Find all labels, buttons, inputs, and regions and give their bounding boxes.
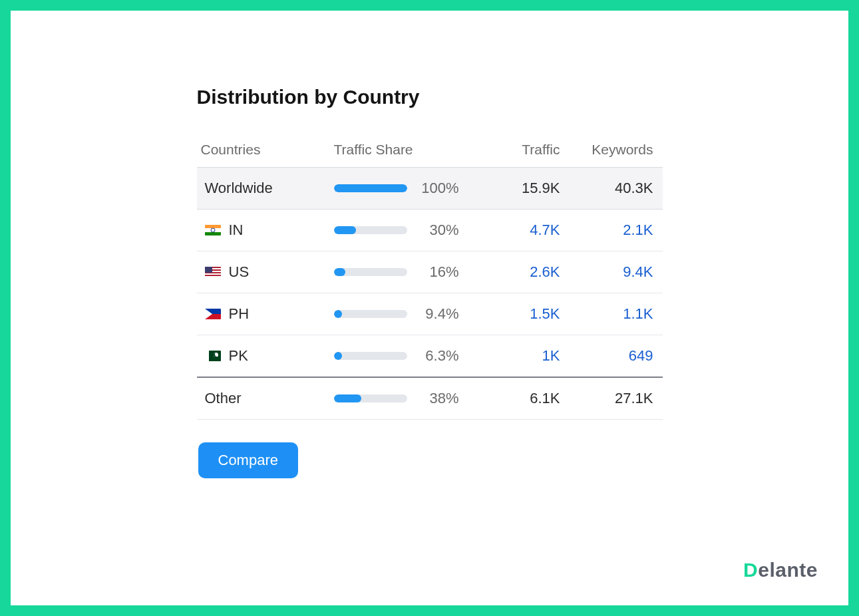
brand-logo: Delante [743,559,818,581]
traffic-value[interactable]: 4.7K [467,222,560,239]
table-row: IN30%4.7K2.1K [197,210,663,251]
country-cell: PH [201,305,334,323]
traffic-share-cell: 16% [334,263,467,281]
share-bar-fill [334,226,356,234]
share-bar [334,394,407,402]
share-bar-fill [334,352,342,360]
share-bar-fill [334,310,342,318]
header-keywords: Keywords [560,142,653,158]
country-label: Worldwide [205,180,273,197]
brand-rest: elante [758,559,818,581]
share-bar [334,310,407,318]
country-label: IN [229,222,244,239]
traffic-value[interactable]: 2.6K [467,263,560,281]
country-cell: Worldwide [201,180,334,197]
traffic-share-cell: 6.3% [334,347,467,365]
country-cell: US [201,263,334,281]
table-row: PH9.4%1.5K1.1K [197,293,663,335]
country-cell: PK [201,347,334,365]
keywords-value: 40.3K [560,180,653,197]
share-bar [334,352,407,360]
country-cell: IN [201,222,334,239]
in-flag-icon [205,225,221,235]
share-percent: 100% [417,180,459,197]
traffic-share-cell: 30% [334,222,467,239]
table-row: PK6.3%1K649 [197,335,663,377]
pk-flag-icon [205,351,221,361]
keywords-value[interactable]: 9.4K [560,263,653,281]
outer-frame: Distribution by Country Countries Traffi… [0,0,859,616]
traffic-value: 6.1K [467,390,560,407]
table-row: Worldwide100%15.9K40.3K [197,167,663,210]
share-bar [334,184,407,192]
country-label: US [229,263,250,281]
keywords-value[interactable]: 649 [560,347,653,365]
distribution-panel: Distribution by Country Countries Traffi… [197,86,663,478]
keywords-value: 27.1K [560,390,653,407]
share-bar-fill [334,394,362,402]
header-traffic: Traffic [467,142,560,158]
traffic-share-cell: 9.4% [334,305,467,323]
share-percent: 9.4% [417,305,459,323]
table-row: US16%2.6K9.4K [197,251,663,293]
panel-title: Distribution by Country [197,86,663,108]
share-percent: 6.3% [417,347,459,365]
inner-panel: Distribution by Country Countries Traffi… [23,23,836,593]
share-percent: 38% [417,390,459,407]
country-label: PH [229,305,250,323]
us-flag-icon [205,267,221,277]
country-cell: Other [201,390,334,407]
traffic-value: 15.9K [467,180,560,197]
ph-flag-icon [205,309,221,319]
share-bar [334,226,407,234]
keywords-value[interactable]: 2.1K [560,222,653,239]
traffic-share-cell: 100% [334,180,467,197]
table-header: Countries Traffic Share Traffic Keywords [197,135,663,167]
compare-button[interactable]: Compare [198,442,298,478]
brand-d: D [743,559,758,581]
country-table: Countries Traffic Share Traffic Keywords… [197,135,663,420]
traffic-share-cell: 38% [334,390,467,407]
country-label: PK [229,347,248,365]
share-bar-fill [334,184,407,192]
table-row: Other38%6.1K27.1K [197,377,663,420]
traffic-value[interactable]: 1.5K [467,305,560,323]
header-countries: Countries [201,142,334,158]
share-percent: 30% [417,222,459,239]
share-percent: 16% [417,263,459,281]
share-bar-fill [334,268,346,276]
share-bar [334,268,407,276]
header-traffic-share: Traffic Share [334,142,467,158]
traffic-value[interactable]: 1K [467,347,560,365]
country-label: Other [205,390,242,407]
keywords-value[interactable]: 1.1K [560,305,653,323]
